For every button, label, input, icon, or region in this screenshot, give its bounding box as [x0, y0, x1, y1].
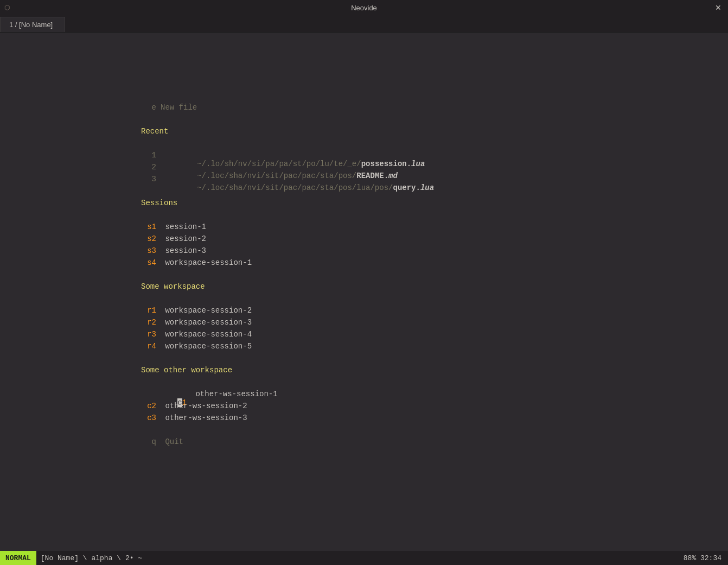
empty-line-6 — [0, 115, 728, 127]
vim-icon: ⬡ — [4, 4, 10, 12]
session-label-3: session-3 — [161, 246, 206, 255]
quit-line[interactable]: q Quit — [0, 437, 728, 449]
section-recent-label: Recent — [141, 127, 168, 136]
editor-content: e New file Recent 1 ~/.lo/sh/nv/si/pa/pa… — [0, 33, 728, 551]
status-filename: [No Name] — [41, 554, 79, 562]
ws-key-3: r3 — [141, 330, 156, 339]
status-path: [No Name] \ alpha \ 2• ~ — [36, 554, 146, 562]
section-other-workspace-label: Some other workspace — [141, 366, 232, 374]
other-ws-label-1: other-ws-session-1 — [191, 390, 278, 398]
window-title: Neovide — [351, 4, 377, 12]
title-bar: ⬡ Neovide ✕ — [0, 0, 728, 15]
status-position: 88% 32:34 — [677, 554, 728, 562]
other-ws-item-1[interactable]: c1 other-ws-session-1 — [0, 390, 728, 402]
close-button[interactable]: ✕ — [715, 3, 721, 12]
recent-key-2: 2 — [141, 163, 156, 172]
empty-line-4 — [0, 79, 728, 91]
session-label-2: session-2 — [161, 234, 206, 243]
session-label-1: session-1 — [161, 223, 206, 231]
ws-item-3[interactable]: r3 workspace-session-4 — [0, 330, 728, 342]
session-key-2: s2 — [141, 234, 156, 243]
tab-name: [No Name] — [19, 21, 53, 29]
recent-key-1: 1 — [141, 151, 156, 160]
tab-sep: / — [15, 21, 19, 29]
ws-label-3: workspace-session-4 — [161, 330, 252, 339]
section-some-workspace: Some workspace — [0, 282, 728, 294]
section-sessions-label: Sessions — [141, 199, 177, 207]
empty-line-13 — [0, 378, 728, 390]
empty-line-1 — [0, 43, 728, 55]
status-sep2: \ — [117, 554, 125, 562]
empty-line-5 — [0, 91, 728, 103]
ws-item-4[interactable]: r4 workspace-session-5 — [0, 342, 728, 354]
session-item-4[interactable]: s4 workspace-session-1 — [0, 258, 728, 270]
editor-area: e New file Recent 1 ~/.lo/sh/nv/si/pa/pa… — [0, 33, 728, 551]
session-item-2[interactable]: s2 session-2 — [0, 234, 728, 246]
status-extra: 2• — [125, 554, 134, 562]
recent-path-dim-3: ~/.loc/sha/nvi/sit/pac/pac/sta/pos/lua/p… — [197, 183, 393, 192]
other-ws-key-3: c3 — [141, 414, 156, 422]
recent-path-bold-3: query. — [393, 183, 420, 192]
title-bar-left: ⬡ — [4, 4, 10, 12]
quit-label: Quit — [161, 437, 183, 446]
empty-line-9 — [0, 211, 728, 223]
ws-label-4: workspace-session-5 — [161, 342, 252, 351]
empty-line-2 — [0, 55, 728, 67]
recent-item-2[interactable]: 2 ~/.loc/sha/nvi/sit/pac/pac/sta/pos/REA… — [0, 163, 728, 175]
tab-number: 1 — [9, 21, 13, 29]
status-sep3: ~ — [138, 554, 142, 562]
section-recent: Recent — [0, 127, 728, 139]
ws-key-1: r1 — [141, 306, 156, 315]
empty-line-7 — [0, 139, 728, 151]
new-file-label[interactable]: New file — [161, 103, 197, 112]
empty-line-11 — [0, 294, 728, 306]
empty-line-12 — [0, 354, 728, 366]
ws-key-2: r2 — [141, 318, 156, 327]
ws-label-1: workspace-session-2 — [161, 306, 252, 315]
status-mode: NORMAL — [0, 551, 36, 565]
ws-label-2: workspace-session-3 — [161, 318, 252, 327]
empty-line-14 — [0, 426, 728, 437]
section-other-workspace: Some other workspace — [0, 366, 728, 378]
status-bar: NORMAL [No Name] \ alpha \ 2• ~ 88% 32:3… — [0, 551, 728, 565]
tab-no-name[interactable]: 1 / [No Name] — [0, 17, 65, 32]
ws-key-4: r4 — [141, 342, 156, 351]
section-some-workspace-label: Some workspace — [141, 282, 205, 291]
other-ws-item-2[interactable]: c2 other-ws-session-2 — [0, 402, 728, 414]
ws-item-2[interactable]: r2 workspace-session-3 — [0, 318, 728, 330]
other-ws-item-3[interactable]: c3 other-ws-session-3 — [0, 414, 728, 426]
session-key-3: s3 — [141, 246, 156, 255]
recent-path-italic-3: lua — [420, 183, 434, 192]
status-sep1: \ — [83, 554, 92, 562]
session-key-4: s4 — [141, 258, 156, 267]
session-item-1[interactable]: s1 session-1 — [0, 223, 728, 234]
quit-key: q — [141, 437, 156, 446]
empty-line-10 — [0, 270, 728, 282]
status-branch: alpha — [91, 554, 112, 562]
other-ws-label-2: other-ws-session-2 — [161, 402, 247, 410]
session-label-4: workspace-session-1 — [161, 258, 252, 267]
empty-line-3 — [0, 67, 728, 79]
recent-item-3[interactable]: 3 ~/.loc/sha/nvi/sit/pac/pac/sta/pos/lua… — [0, 175, 728, 187]
ws-item-1[interactable]: r1 workspace-session-2 — [0, 306, 728, 318]
recent-path-italic-1: lua — [411, 160, 425, 168]
recent-path-3: ~/.loc/sha/nvi/sit/pac/pac/sta/pos/lua/p… — [161, 175, 434, 201]
new-file-line: e New file — [0, 103, 728, 115]
recent-key-3: 3 — [141, 175, 156, 183]
tab-bar: 1 / [No Name] — [0, 15, 728, 33]
session-key-1: s1 — [141, 223, 156, 231]
recent-item-1[interactable]: 1 ~/.lo/sh/nv/si/pa/pa/st/po/lu/te/_e/po… — [0, 151, 728, 163]
new-file-key: e — [141, 103, 156, 112]
session-item-3[interactable]: s3 session-3 — [0, 246, 728, 258]
other-ws-label-3: other-ws-session-3 — [161, 414, 247, 422]
other-ws-key-2: c2 — [141, 402, 156, 410]
